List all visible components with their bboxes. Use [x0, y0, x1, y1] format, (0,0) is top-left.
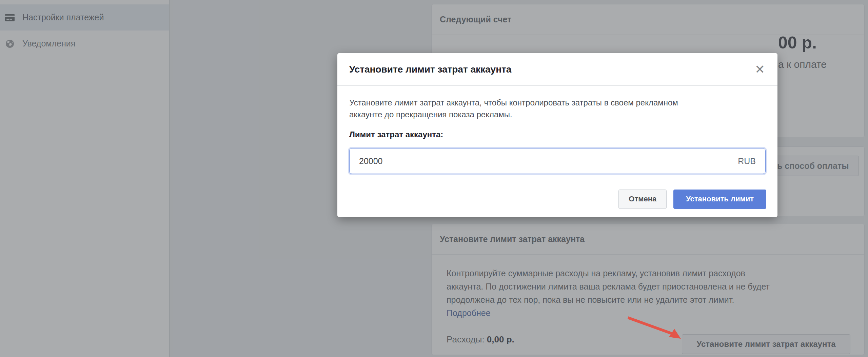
close-icon[interactable]: ✕ — [752, 61, 767, 78]
limit-input-label: Лимит затрат аккаунта: — [349, 130, 766, 139]
modal-description: Установите лимит затрат аккаунта, чтобы … — [349, 97, 766, 120]
limit-amount-input[interactable] — [350, 148, 765, 174]
set-limit-submit-button[interactable]: Установить лимит — [673, 190, 766, 209]
cancel-button[interactable]: Отмена — [618, 190, 667, 209]
set-limit-modal: Установите лимит затрат аккаунта ✕ Устан… — [337, 53, 777, 217]
modal-header: Установите лимит затрат аккаунта ✕ — [337, 53, 777, 86]
limit-input-wrap: RUB — [349, 148, 766, 174]
modal-description-line: аккаунте до прекращения показа рекламы. — [349, 108, 766, 120]
modal-title: Установите лимит затрат аккаунта — [349, 64, 511, 75]
modal-footer: Отмена Установить лимит — [337, 181, 777, 217]
modal-body: Установите лимит затрат аккаунта, чтобы … — [337, 86, 777, 174]
modal-description-line: Установите лимит затрат аккаунта, чтобы … — [349, 97, 766, 108]
currency-suffix: RUB — [738, 156, 756, 166]
